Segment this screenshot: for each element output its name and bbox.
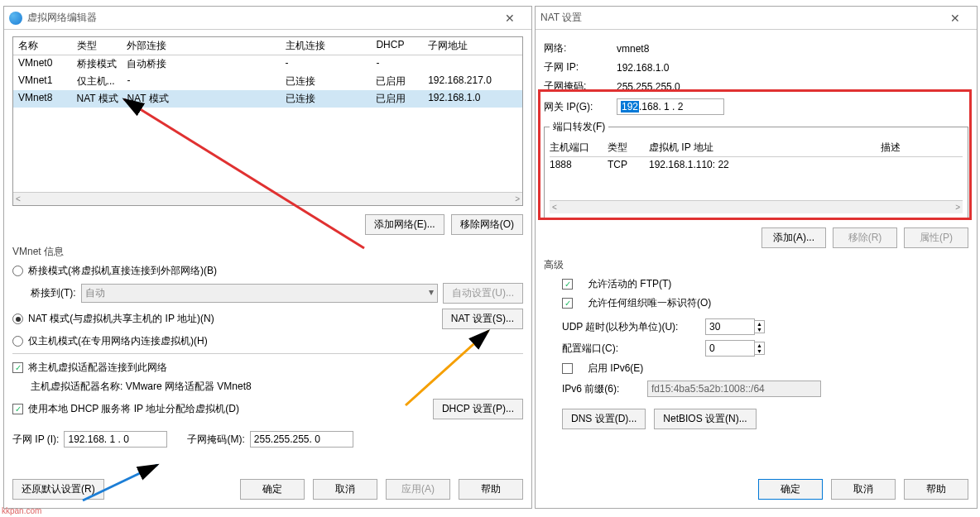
ipv6-checkbox[interactable]: [562, 363, 573, 374]
watermark: kkpan.com: [2, 506, 41, 515]
col-dhcp: DHCP: [376, 39, 428, 53]
port-forward-label: 端口转发(F): [550, 120, 608, 134]
ipv6-prefix-label: IPv6 前缀(6):: [562, 382, 632, 396]
subnet-mask-label: 子网掩码(M):: [187, 433, 244, 447]
adapter-name: 主机虚拟适配器名称: VMware 网络适配器 VMnet8: [31, 380, 252, 394]
ok-button[interactable]: 确定: [758, 479, 823, 500]
gateway-ip-input[interactable]: 192.168. 1 . 2: [617, 98, 724, 115]
chevron-down-icon: ▼: [755, 348, 764, 354]
subnet-mask-input[interactable]: [250, 431, 353, 448]
host-adapter-label: 将主机虚拟适配器连接到此网络: [28, 361, 167, 375]
titlebar[interactable]: 虚拟网络编辑器 ✕: [4, 7, 531, 30]
table-row[interactable]: VMnet1 仅主机... - 已连接 已启用 192.168.217.0: [13, 73, 522, 90]
chevron-up-icon: ▲: [755, 342, 764, 348]
host-only-radio[interactable]: [12, 336, 23, 347]
remove-network-button[interactable]: 移除网络(O): [451, 214, 523, 235]
udp-timeout-label: UDP 超时(以秒为单位)(U):: [562, 320, 690, 334]
chevron-down-icon: ▼: [755, 327, 764, 333]
gateway-ip-label: 网关 IP(G):: [544, 100, 602, 114]
add-network-button[interactable]: 添加网络(E)...: [365, 214, 444, 235]
window-title: 虚拟网络编辑器: [27, 11, 493, 25]
subnet-ip-value: 192.168.1.0: [617, 62, 669, 74]
ftp-checkbox[interactable]: [562, 279, 573, 290]
subnet-mask-value: 255.255.255.0: [617, 81, 680, 93]
subnet-mask-label: 子网掩码:: [544, 79, 602, 93]
chevron-down-icon: ▾: [429, 286, 434, 300]
nat-mode-radio[interactable]: [12, 314, 23, 324]
subnet-ip-label: 子网 IP (I):: [12, 433, 59, 447]
pf-table-row[interactable]: 1888 TCP 192.168.1.110: 22: [550, 157, 963, 172]
remove-pf-button[interactable]: 移除(R): [833, 227, 897, 248]
app-icon: [9, 12, 22, 25]
col-ext: 外部连接: [127, 39, 285, 53]
vmnet-info-label: VMnet 信息: [12, 245, 523, 259]
add-pf-button[interactable]: 添加(A)...: [761, 227, 826, 248]
titlebar[interactable]: NAT 设置 ✕: [536, 7, 977, 30]
auto-settings-button[interactable]: 自动设置(U)...: [443, 283, 523, 304]
props-pf-button[interactable]: 属性(P): [904, 227, 968, 248]
udp-timeout-spinner[interactable]: ▲▼: [705, 318, 765, 335]
host-only-label: 仅主机模式(在专用网络内连接虚拟机)(H): [28, 334, 208, 348]
table-row[interactable]: VMnet0 桥接模式 自动桥接 - -: [13, 55, 522, 73]
bridge-mode-radio[interactable]: [12, 266, 23, 276]
window-title: NAT 设置: [540, 11, 939, 25]
col-type: 类型: [77, 39, 127, 53]
restore-defaults-button[interactable]: 还原默认设置(R): [12, 479, 104, 500]
org-checkbox[interactable]: [562, 298, 573, 309]
close-icon[interactable]: ✕: [939, 12, 972, 25]
host-adapter-checkbox[interactable]: [12, 362, 23, 373]
help-button[interactable]: 帮助: [904, 479, 968, 500]
nat-settings-dialog: NAT 设置 ✕ 网络:vmnet8 子网 IP:192.168.1.0 子网掩…: [535, 6, 978, 509]
chevron-up-icon: ▲: [755, 321, 764, 327]
bridge-to-label: 桥接到(T):: [31, 286, 76, 300]
table-header-row: 名称 类型 外部连接 主机连接 DHCP 子网地址: [13, 37, 522, 55]
config-port-spinner[interactable]: ▲▼: [705, 340, 765, 357]
virtual-network-editor-dialog: 虚拟网络编辑器 ✕ 名称 类型 外部连接 主机连接 DHCP 子网地址 VMne…: [3, 6, 532, 509]
col-subnet: 子网地址: [428, 39, 517, 53]
config-port-label: 配置端口(C):: [562, 342, 690, 356]
pf-table-header: 主机端口 类型 虚拟机 IP 地址 描述: [550, 139, 963, 157]
cancel-button[interactable]: 取消: [313, 479, 377, 500]
subnet-ip-label: 子网 IP:: [544, 60, 602, 74]
col-name: 名称: [18, 39, 77, 53]
horizontal-scrollbar[interactable]: <>: [550, 200, 963, 213]
ipv6-prefix-input[interactable]: [647, 381, 821, 397]
nat-mode-label: NAT 模式(与虚拟机共享主机的 IP 地址)(N): [28, 312, 437, 326]
subnet-ip-input[interactable]: [64, 431, 167, 448]
apply-button[interactable]: 应用(A): [386, 479, 450, 500]
dhcp-settings-button[interactable]: DHCP 设置(P)...: [433, 399, 523, 419]
dhcp-label: 使用本地 DHCP 服务将 IP 地址分配给虚拟机(D): [28, 402, 428, 416]
network-value: vmnet8: [617, 43, 649, 55]
netbios-settings-button[interactable]: NetBIOS 设置(N)...: [654, 409, 756, 429]
help-button[interactable]: 帮助: [459, 479, 523, 500]
port-forward-group: 端口转发(F) 主机端口 类型 虚拟机 IP 地址 描述 1888 TCP 19…: [544, 120, 968, 219]
vmnet-table[interactable]: 名称 类型 外部连接 主机连接 DHCP 子网地址 VMnet0 桥接模式 自动…: [12, 36, 523, 206]
dns-settings-button[interactable]: DNS 设置(D)...: [562, 409, 646, 429]
bridge-to-select[interactable]: 自动▾: [81, 284, 439, 303]
close-icon[interactable]: ✕: [493, 12, 526, 25]
table-row[interactable]: VMnet8 NAT 模式 NAT 模式 已连接 已启用 192.168.1.0: [13, 90, 522, 108]
col-host: 主机连接: [286, 39, 377, 53]
cancel-button[interactable]: 取消: [831, 479, 896, 500]
advanced-label: 高级: [544, 258, 968, 272]
ok-button[interactable]: 确定: [240, 479, 305, 500]
dhcp-checkbox[interactable]: [12, 404, 23, 414]
network-label: 网络:: [544, 41, 602, 55]
horizontal-scrollbar[interactable]: <>: [13, 192, 522, 205]
bridge-mode-label: 桥接模式(将虚拟机直接连接到外部网络)(B): [28, 264, 217, 278]
nat-settings-button[interactable]: NAT 设置(S)...: [442, 309, 523, 329]
